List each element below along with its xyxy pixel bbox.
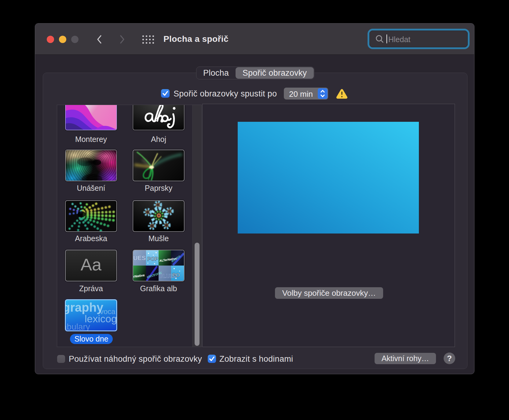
svg-text:UES: UES <box>133 255 146 261</box>
svg-text:rNative: rNative <box>133 273 145 278</box>
svg-text:POP: POP <box>147 256 158 262</box>
svg-text:PO: PO <box>172 272 180 278</box>
